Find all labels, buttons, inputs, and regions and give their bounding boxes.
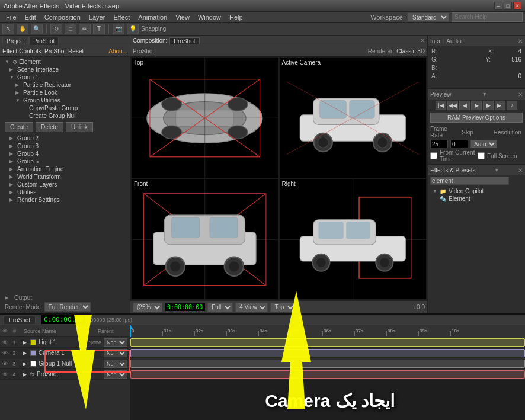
comp-close-icon[interactable]: ✕ <box>420 37 425 44</box>
quality-select[interactable]: Full <box>207 303 233 312</box>
close-button[interactable]: ✕ <box>513 2 521 10</box>
views-select[interactable]: 4 Views <box>235 303 268 312</box>
skip-input[interactable] <box>450 140 468 148</box>
preview-expand-icon[interactable]: ▼ <box>482 91 487 97</box>
tool-rect[interactable]: □ <box>65 24 76 34</box>
tree-group2[interactable]: ▶ Group 2 <box>0 134 130 142</box>
minimize-button[interactable]: – <box>494 2 502 10</box>
effects-tab[interactable]: Effects & Presets <box>430 167 476 174</box>
track4-expand[interactable]: ▶ <box>21 371 28 378</box>
effects-search-input[interactable] <box>430 177 509 185</box>
tree-element-root[interactable]: ▼ ⚙ Element <box>0 58 130 66</box>
tree-group1[interactable]: ▼ Group 1 <box>0 73 130 81</box>
track-row-1[interactable]: 👁 1 ▶ Light 1 None None <box>0 337 130 348</box>
tree-group-utilities[interactable]: ▼ Group Utilities <box>0 97 130 104</box>
prev-back-button[interactable]: ◀◀ <box>447 101 458 110</box>
menu-animation[interactable]: Animation <box>135 13 171 21</box>
prev-first-button[interactable]: |◀ <box>436 101 446 110</box>
menu-composition[interactable]: Composition <box>41 13 84 21</box>
tool-zoom[interactable]: 🔍 <box>31 24 43 34</box>
comp-tab-proshot[interactable]: ProShot <box>169 37 199 44</box>
tree-world-transform[interactable]: ▶ World Transform <box>0 173 130 181</box>
effects-close-icon[interactable]: ✕ <box>518 167 523 174</box>
tree-group4[interactable]: ▶ Group 4 <box>0 150 130 158</box>
tree-group5[interactable]: ▶ Group 5 <box>0 158 130 165</box>
render-mode-select[interactable]: Full Render <box>44 302 91 312</box>
tree-copypaste-group[interactable]: Copy/Paste Group <box>0 104 130 112</box>
preview-tab[interactable]: Preview <box>430 91 452 98</box>
info-close-icon[interactable]: ✕ <box>518 38 523 44</box>
tool-light[interactable]: 💡 <box>127 24 139 34</box>
tree-particle-look[interactable]: ▶ Particle Look <box>0 89 130 97</box>
timeline-proshot-tab[interactable]: ProShot <box>4 316 36 324</box>
track2-eye[interactable]: 👁 <box>2 350 8 356</box>
from-current-checkbox[interactable] <box>430 152 437 159</box>
audio-tab[interactable]: Audio <box>446 38 462 44</box>
prev-audio-button[interactable]: ♪ <box>507 101 517 110</box>
prev-play-button[interactable]: ▶ <box>471 101 482 110</box>
track-row-3[interactable]: 👁 3 ▶ Group 1 Null None <box>0 358 130 369</box>
track2-expand[interactable]: ▶ <box>21 350 28 357</box>
menu-edit[interactable]: Edit <box>21 13 40 21</box>
track-row-4[interactable]: 👁 4 ▶ fx ProShot None <box>0 369 130 380</box>
tree-animation-engine[interactable]: ▶ Animation Engine <box>0 165 130 173</box>
x-val: -4 <box>516 47 521 56</box>
tree-group3[interactable]: ▶ Group 3 <box>0 142 130 150</box>
prev-fwd1-button[interactable]: ▶ <box>483 101 494 110</box>
video-copilot-item[interactable]: ▼ 📁 Video Copilot <box>428 187 525 195</box>
tool-text[interactable]: T <box>93 24 105 34</box>
full-screen-checkbox[interactable] <box>478 152 485 159</box>
track3-eye[interactable]: 👁 <box>2 361 8 367</box>
tree-custom-layers[interactable]: ▶ Custom Layers <box>0 181 130 188</box>
main-layout: Project ProShot Effect Controls: ProShot… <box>0 36 525 313</box>
track3-expand[interactable]: ▶ <box>21 360 28 367</box>
resolution-select[interactable]: Auto <box>470 140 497 148</box>
tree-scene-interface[interactable]: ▶ Scene Interface <box>0 66 130 73</box>
create-button[interactable]: Create <box>5 122 33 132</box>
preview-close-icon[interactable]: ✕ <box>518 91 523 98</box>
svg-text:06s: 06s <box>324 328 331 334</box>
menu-help[interactable]: Help <box>226 13 247 21</box>
track1-eye[interactable]: 👁 <box>2 339 8 345</box>
ram-preview-button[interactable]: RAM Preview Options <box>430 113 523 123</box>
about-link[interactable]: Abou... <box>108 48 127 54</box>
prev-last-button[interactable]: ▶| <box>495 101 505 110</box>
tool-camera[interactable]: 📷 <box>113 24 124 34</box>
track4-parent-select[interactable]: None <box>104 370 127 379</box>
track1-expand[interactable]: ▶ <box>21 339 28 346</box>
tree-particle-replicator[interactable]: ▶ Particle Replicator <box>0 81 130 89</box>
track-row-2[interactable]: 👁 2 ▶ Camera 1 None <box>0 348 130 358</box>
track4-eye[interactable]: 👁 <box>2 371 8 377</box>
workspace-select[interactable]: Standard <box>407 12 449 22</box>
track1-parent-select[interactable]: None <box>104 338 127 347</box>
effects-expand-icon[interactable]: ▼ <box>494 167 500 173</box>
tab-project[interactable]: Project <box>2 37 29 45</box>
search-help-input[interactable] <box>452 12 523 22</box>
zoom-select[interactable]: (25%) <box>133 303 162 312</box>
menu-layer[interactable]: Layer <box>85 13 109 21</box>
menu-file[interactable]: File <box>2 13 20 21</box>
menu-window[interactable]: Window <box>194 13 225 21</box>
fps-input[interactable] <box>430 140 448 148</box>
prev-back1-button[interactable]: ◀ <box>459 101 470 110</box>
menu-effect[interactable]: Effect <box>110 13 133 21</box>
preview-header: Preview ▼ ✕ <box>428 89 525 100</box>
menu-view[interactable]: View <box>172 13 193 21</box>
reset-button[interactable]: Reset <box>68 48 84 54</box>
unlink-button[interactable]: Unlink <box>66 122 93 132</box>
info-tab[interactable]: Info <box>430 38 440 44</box>
active-view-select[interactable]: Top <box>270 303 296 312</box>
element-plugin-item[interactable]: 🔩 Element <box>428 195 525 203</box>
tool-pen[interactable]: ✏ <box>79 24 91 34</box>
tool-rotate[interactable]: ↻ <box>50 24 62 34</box>
tree-create-group-null[interactable]: Create Group Null <box>0 112 130 120</box>
tab-proshot[interactable]: ProShot <box>29 37 59 45</box>
track2-parent-select[interactable]: None <box>104 349 127 357</box>
delete-button[interactable]: Delete <box>36 122 63 132</box>
tool-select[interactable]: ↖ <box>2 24 14 34</box>
track3-parent-select[interactable]: None <box>104 360 127 368</box>
tree-render-settings[interactable]: ▶ Render Settings <box>0 196 130 204</box>
tool-hand[interactable]: ✋ <box>17 24 28 34</box>
tree-utilities[interactable]: ▶ Utilities <box>0 188 130 196</box>
maximize-button[interactable]: □ <box>504 2 512 10</box>
